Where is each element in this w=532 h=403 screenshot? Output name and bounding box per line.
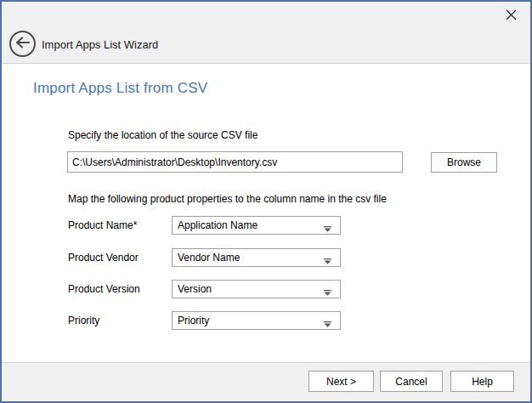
browse-button[interactable]: Browse (431, 152, 497, 173)
import-wizard-window: Import Apps List Wizard Import Apps List… (0, 0, 532, 403)
help-button[interactable]: Help (450, 371, 514, 392)
csv-path-input[interactable] (67, 151, 403, 173)
source-file-label: Specify the location of the source CSV f… (68, 129, 258, 141)
wizard-content: Import Apps List from CSV Specify the lo… (2, 65, 530, 362)
mapping-row-product-vendor: Product Vendor Vendor Name (2, 248, 530, 267)
product-name-label: Product Name* (68, 219, 137, 231)
close-button[interactable] (500, 5, 522, 27)
dropdown-selected-value: Version (178, 283, 324, 295)
dropdown-selected-value: Priority (178, 315, 324, 326)
close-icon (506, 9, 517, 23)
back-button[interactable] (9, 31, 36, 57)
page-title: Import Apps List from CSV (33, 80, 207, 97)
mapping-row-product-version: Product Version Version (2, 280, 530, 298)
mapping-row-product-name: Product Name* Application Name (2, 216, 530, 235)
product-version-dropdown[interactable]: Version (172, 280, 341, 298)
mapping-instructions-label: Map the following product properties to … (68, 193, 387, 205)
wizard-header: Import Apps List Wizard (2, 2, 530, 64)
product-name-dropdown[interactable]: Application Name (172, 216, 341, 235)
product-vendor-label: Product Vendor (68, 252, 139, 264)
wizard-footer: Next > Cancel Help (2, 362, 530, 401)
dropdown-selected-value: Vendor Name (178, 252, 324, 264)
chevron-down-icon (324, 223, 331, 229)
product-version-label: Product Version (68, 283, 140, 295)
chevron-down-icon (324, 318, 331, 324)
cancel-button[interactable]: Cancel (380, 371, 443, 392)
dropdown-selected-value: Application Name (178, 219, 324, 231)
wizard-title: Import Apps List Wizard (42, 38, 158, 51)
next-button[interactable]: Next > (308, 371, 374, 392)
chevron-down-icon (324, 255, 331, 261)
product-vendor-dropdown[interactable]: Vendor Name (172, 248, 341, 267)
mapping-row-priority: Priority Priority (2, 311, 530, 330)
chevron-down-icon (324, 287, 331, 292)
priority-dropdown[interactable]: Priority (172, 311, 341, 330)
arrow-left-icon (15, 37, 30, 51)
priority-label: Priority (68, 315, 99, 326)
